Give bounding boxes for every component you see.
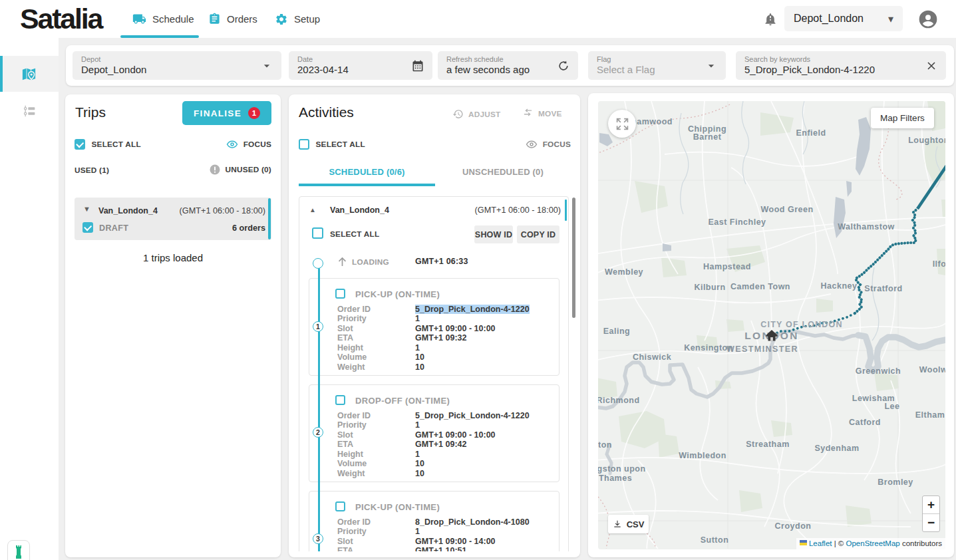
svg-text:Chiswick: Chiswick	[633, 352, 671, 362]
svg-text:CITY OF LONDON: CITY OF LONDON	[760, 320, 843, 329]
svg-text:Stratford: Stratford	[864, 284, 902, 293]
svg-text:East Finchley: East Finchley	[708, 217, 766, 227]
svg-text:Eltham: Eltham	[915, 410, 945, 420]
svg-text:Bromley: Bromley	[877, 478, 913, 487]
svg-text:Greenwich: Greenwich	[856, 366, 901, 376]
svg-text:Hackney: Hackney	[821, 281, 858, 291]
svg-text:Streatham: Streatham	[746, 440, 790, 449]
svg-text:Richmond: Richmond	[598, 396, 640, 405]
svg-text:Enfield: Enfield	[796, 128, 826, 138]
svg-text:hamwood: hamwood	[631, 117, 673, 126]
svg-text:Barnet: Barnet	[693, 132, 722, 142]
svg-text:WESTMINSTER: WESTMINSTER	[726, 345, 798, 354]
svg-text:Wembley: Wembley	[605, 267, 643, 277]
svg-text:Lee: Lee	[884, 402, 899, 411]
svg-text:Kensington: Kensington	[684, 343, 733, 352]
svg-text:Sutton: Sutton	[701, 535, 729, 545]
svg-text:Walthamstow: Walthamstow	[838, 222, 895, 231]
svg-text:ngston upon: ngston upon	[598, 464, 646, 474]
svg-text:Catford: Catford	[849, 418, 881, 427]
svg-text:Hampstead: Hampstead	[703, 262, 751, 271]
svg-text:Wimbledon: Wimbledon	[679, 451, 726, 460]
svg-text:ton: ton	[598, 440, 612, 450]
svg-text:Ealing: Ealing	[603, 327, 631, 336]
svg-text:Ilfo: Ilfo	[933, 259, 945, 269]
svg-text:Camden Town: Camden Town	[730, 282, 790, 291]
svg-text:Loughton: Loughton	[908, 136, 945, 145]
svg-text:Kilburn: Kilburn	[694, 283, 725, 292]
svg-text:Woolwi: Woolwi	[919, 365, 945, 374]
svg-text:Wood Green: Wood Green	[760, 205, 813, 214]
svg-text:Thames: Thames	[599, 474, 632, 483]
svg-text:Sydenham: Sydenham	[814, 444, 859, 453]
svg-text:Croydon: Croydon	[775, 521, 812, 531]
